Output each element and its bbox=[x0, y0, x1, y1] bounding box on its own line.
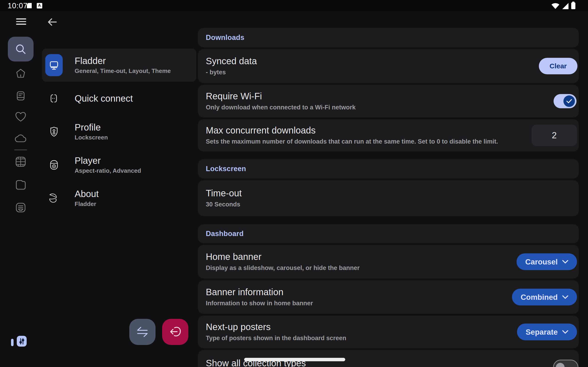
chevron-down-icon bbox=[562, 295, 568, 299]
cellular-icon bbox=[562, 3, 569, 9]
row-title: Synced data bbox=[206, 56, 510, 66]
menu-item-title: Profile bbox=[75, 123, 108, 132]
search-icon bbox=[15, 43, 27, 55]
rail-item-home[interactable] bbox=[14, 67, 27, 80]
section-header-dashboard: Dashboard bbox=[198, 224, 579, 243]
clear-button[interactable]: Clear bbox=[539, 58, 578, 74]
rail-item-folders[interactable] bbox=[14, 178, 27, 192]
sd-card-icon bbox=[27, 3, 32, 8]
row-subtitle: - bytes bbox=[206, 69, 510, 76]
menu-item-title: Player bbox=[75, 156, 141, 165]
menu-item-profile[interactable]: Profile Lockscreen bbox=[42, 115, 196, 148]
swap-server-fab[interactable] bbox=[129, 319, 156, 345]
menu-item-fladder[interactable]: Fladder General, Time-out, Layout, Theme bbox=[42, 49, 196, 82]
menu-item-title: Quick connect bbox=[75, 94, 133, 103]
rail-divider bbox=[14, 150, 27, 150]
rail-item-library[interactable] bbox=[14, 89, 27, 103]
row-subtitle: Information to show in home banner bbox=[206, 300, 510, 307]
dropdown-value: Carousel bbox=[525, 257, 558, 266]
settings-content: Downloads Synced data - bytes Clear Requ… bbox=[198, 28, 579, 367]
swap-arrows-icon bbox=[135, 326, 149, 338]
check-icon bbox=[566, 99, 572, 103]
rail-item-movies[interactable] bbox=[14, 155, 27, 169]
settings-menu: Fladder General, Time-out, Layout, Theme… bbox=[42, 49, 196, 215]
arrow-left-icon bbox=[47, 17, 57, 27]
require-wifi-toggle[interactable] bbox=[553, 94, 577, 108]
row-max-concurrent-downloads[interactable]: Max concurrent downloads Sets the maximu… bbox=[198, 119, 579, 151]
menu-item-subtitle: Fladder bbox=[75, 200, 99, 208]
row-title: Time-out bbox=[206, 188, 510, 198]
dropdown-value: Separate bbox=[526, 327, 558, 336]
row-title: Home banner bbox=[206, 252, 510, 261]
rail-item-collections[interactable] bbox=[14, 201, 27, 215]
menu-item-title: Fladder bbox=[75, 56, 171, 66]
max-downloads-value[interactable]: 2 bbox=[531, 125, 577, 146]
fladder-logo-icon bbox=[44, 193, 64, 203]
book-icon bbox=[15, 90, 26, 101]
quick-connect-icon bbox=[44, 93, 64, 104]
wifi-icon bbox=[551, 2, 560, 9]
section-title: Lockscreen bbox=[206, 165, 246, 173]
gesture-navigation-bar[interactable] bbox=[244, 358, 345, 361]
fladder-settings-screen: 10:07 A... bbox=[0, 0, 588, 367]
cloud-icon bbox=[15, 133, 27, 143]
rail-item-cloud[interactable] bbox=[14, 131, 27, 145]
home-icon bbox=[15, 68, 26, 79]
rail-item-search[interactable] bbox=[8, 37, 34, 61]
menu-item-subtitle: Lockscreen bbox=[75, 134, 108, 141]
next-up-posters-dropdown[interactable]: Separate bbox=[517, 324, 577, 340]
menu-item-player[interactable]: Player Aspect-ratio, Advanced bbox=[42, 148, 196, 181]
rail-item-favorites[interactable] bbox=[14, 110, 27, 124]
menu-item-subtitle: Aspect-ratio, Advanced bbox=[75, 167, 141, 174]
menu-item-quick-connect[interactable]: Quick connect bbox=[42, 82, 196, 115]
back-button[interactable] bbox=[47, 17, 57, 27]
chevron-down-icon bbox=[562, 260, 568, 264]
row-timeout[interactable]: Time-out 30 Seconds bbox=[198, 180, 579, 216]
sliders-icon[interactable] bbox=[17, 336, 27, 347]
folder-icon bbox=[15, 179, 26, 190]
section-title: Dashboard bbox=[206, 230, 244, 238]
banner-information-dropdown[interactable]: Combined bbox=[512, 289, 577, 306]
row-subtitle: Sets the maximum number of downloads tha… bbox=[206, 138, 526, 145]
row-subtitle: Type of posters shown in the dashboard s… bbox=[206, 335, 510, 342]
status-bar: 10:07 A... bbox=[0, 0, 588, 11]
accessibility-mini-widget[interactable] bbox=[11, 336, 27, 347]
menu-item-title: About bbox=[75, 189, 99, 199]
show-all-collection-types-toggle[interactable] bbox=[553, 360, 578, 367]
chevron-down-icon bbox=[562, 330, 568, 334]
row-banner-information[interactable]: Banner information Information to show i… bbox=[198, 280, 579, 314]
row-home-banner[interactable]: Home banner Display as a slideshow, caro… bbox=[198, 245, 579, 278]
monitor-icon bbox=[45, 54, 63, 76]
section-title: Downloads bbox=[206, 33, 244, 42]
collections-icon bbox=[15, 202, 26, 213]
row-title: Max concurrent downloads bbox=[206, 125, 526, 135]
menu-item-subtitle: General, Time-out, Layout, Theme bbox=[75, 67, 171, 75]
badge-icon bbox=[44, 126, 64, 137]
dropdown-value: Combined bbox=[521, 293, 558, 301]
clock: 10:07 bbox=[8, 1, 28, 10]
section-header-lockscreen: Lockscreen bbox=[198, 159, 579, 178]
player-icon bbox=[44, 159, 64, 170]
drag-handle[interactable] bbox=[11, 339, 14, 346]
section-header-downloads: Downloads bbox=[198, 28, 579, 47]
row-synced-data[interactable]: Synced data - bytes Clear bbox=[198, 49, 579, 83]
keyboard-a-icon: A... bbox=[37, 3, 42, 8]
row-subtitle: 30 Seconds bbox=[206, 201, 510, 208]
navigation-rail bbox=[8, 37, 34, 215]
heart-icon bbox=[15, 111, 26, 123]
home-banner-dropdown[interactable]: Carousel bbox=[517, 253, 577, 270]
menu-item-about[interactable]: About Fladder bbox=[42, 182, 196, 215]
logout-fab[interactable] bbox=[162, 319, 188, 345]
row-subtitle: Display as a slideshow, carousel, or hid… bbox=[206, 265, 510, 272]
hamburger-menu-button[interactable] bbox=[16, 18, 26, 25]
film-icon bbox=[15, 156, 26, 167]
battery-icon bbox=[571, 2, 575, 9]
row-require-wifi[interactable]: Require Wi-Fi Only download when connect… bbox=[198, 85, 579, 117]
row-title: Next-up posters bbox=[206, 322, 510, 332]
row-next-up-posters[interactable]: Next-up posters Type of posters shown in… bbox=[198, 316, 579, 348]
row-title: Banner information bbox=[206, 287, 510, 297]
row-subtitle: Only download when connected to a Wi-Fi … bbox=[206, 104, 510, 111]
logout-icon bbox=[168, 325, 182, 338]
row-title: Require Wi-Fi bbox=[206, 91, 510, 101]
